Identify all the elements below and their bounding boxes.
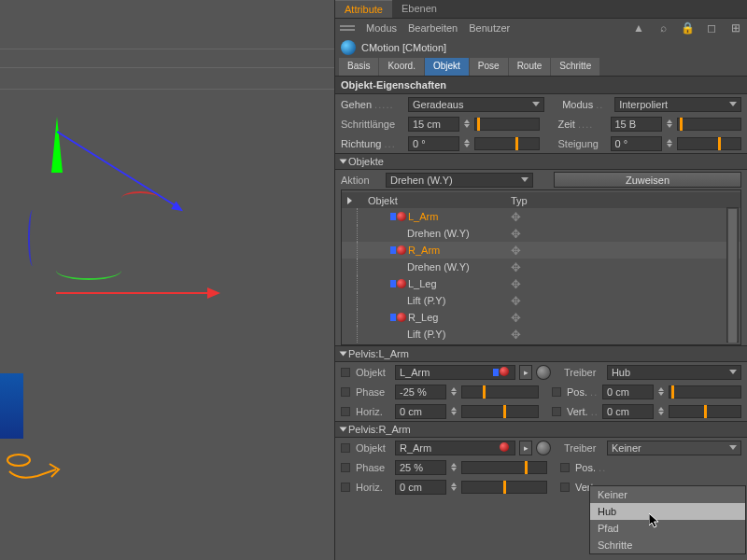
checkbox-objekt-larm[interactable] [341,368,350,377]
input-phase-rarm[interactable]: 25 % [395,460,446,475]
spinner-schrittlaenge[interactable] [463,118,471,131]
tab-attribute[interactable]: Attribute [335,0,392,18]
tab-schritte[interactable]: Schritte [551,58,599,76]
nav-btn-larm[interactable]: ▸ [519,365,532,380]
input-steigung[interactable]: 0 ° [611,136,662,151]
dropdown-option-schritte[interactable]: Schritte [590,537,745,553]
tree-row[interactable]: Drehen (W.Y)✥ [342,259,740,275]
link-objekt-rarm[interactable]: R_Arm [395,441,515,455]
input-horiz-rarm[interactable]: 0 cm [395,480,446,495]
checkbox-phase-rarm[interactable] [341,463,350,472]
dropdown-option-pfad[interactable]: Pfad [590,520,745,537]
input-phase-larm[interactable]: -25 % [395,385,446,399]
menu-benutzer[interactable]: Benutzer [469,22,510,34]
slider-vert-larm[interactable] [669,405,741,418]
input-schrittlaenge[interactable]: 15 cm [408,117,459,132]
checkbox-vert-rarm[interactable] [560,483,570,492]
spinner-horiz-rarm[interactable] [450,481,458,494]
dropdown-option-hub[interactable]: Hub [590,503,745,520]
menu-modus[interactable]: Modus [366,22,397,34]
lock-icon[interactable]: 🔒 [681,21,694,35]
dropdown-option-keiner[interactable]: Keiner [590,486,745,503]
tab-basis[interactable]: Basis [339,58,378,76]
axis-z-line[interactable] [56,131,176,206]
tree-header-objekt[interactable]: Objekt [368,195,511,206]
dropdown-treiber-larm[interactable]: Hub [607,365,741,380]
nav-up-icon[interactable]: ▲ [632,21,645,35]
checkbox-objekt-rarm[interactable] [341,443,350,453]
section-objekt-eigenschaften[interactable]: Objekt-Eigenschaften [335,76,747,94]
input-pos-larm[interactable]: 0 cm [602,385,654,399]
slider-zeit[interactable] [677,118,742,131]
checkbox-phase-larm[interactable] [341,387,350,397]
viewport-3d[interactable] [0,0,334,560]
tree-row[interactable]: L_Leg✥ [342,275,740,292]
object-tree[interactable]: Objekt Typ L_Arm✥Drehen (W.Y)✥R_Arm✥Dreh… [341,189,741,345]
tab-pose[interactable]: Pose [470,58,508,76]
dropdown-gehen[interactable]: Geradeaus [408,97,544,112]
grid-icon[interactable]: ⊞ [729,21,742,35]
menu-bearbeiten[interactable]: Bearbeiten [408,22,458,34]
slider-phase-larm[interactable] [461,385,539,399]
section-pelvis-larm[interactable]: Pelvis:L_Arm [335,345,747,362]
rotation-arc-z[interactable] [28,210,37,266]
dropdown-modus[interactable]: Interpoliert [614,97,741,112]
checkbox-horiz-larm[interactable] [341,407,350,416]
spinner-zeit[interactable] [666,118,673,131]
axis-x-arrow[interactable] [207,287,220,299]
button-zuweisen[interactable]: Zuweisen [554,172,741,188]
rotation-arc-y[interactable] [56,261,121,280]
slider-horiz-larm[interactable] [461,405,539,418]
slider-steigung[interactable] [677,137,742,150]
tree-row[interactable]: L_Arm✥ [342,208,740,225]
spinner-pos-larm[interactable] [657,385,665,399]
axis-y-arrow[interactable] [51,117,63,173]
drag-handle-icon[interactable]: ✥ [511,294,735,308]
viewport-orange-arrow[interactable] [5,443,70,490]
tab-route[interactable]: Route [509,58,551,76]
viewport-object[interactable] [0,373,23,439]
tab-koord[interactable]: Koord. [379,58,423,76]
input-vert-larm[interactable]: 0 cm [602,404,654,419]
drag-handle-icon[interactable]: ✥ [511,328,735,342]
slider-horiz-rarm[interactable] [461,481,547,494]
dropdown-aktion[interactable]: Drehen (W.Y) [386,173,533,188]
section-pelvis-rarm[interactable]: Pelvis:R_Arm [335,421,747,438]
tree-row[interactable]: R_Arm✥ [342,242,740,259]
checkbox-pos-larm[interactable] [552,387,561,397]
tree-row[interactable]: Lift (P.Y)✥ [342,292,740,309]
search-icon[interactable]: ⌕ [656,21,669,35]
tree-header-typ[interactable]: Typ [511,195,735,206]
drag-handle-icon[interactable]: ✥ [511,244,735,258]
slider-phase-rarm[interactable] [461,461,547,474]
spinner-richtung[interactable] [463,137,471,150]
spinner-phase-rarm[interactable] [450,461,458,474]
nav-btn-rarm[interactable]: ▸ [519,441,532,455]
tree-expand-icon[interactable] [347,197,352,204]
drag-handle-icon[interactable]: ✥ [511,210,735,224]
menu-icon[interactable] [340,25,355,31]
input-zeit[interactable]: 15 B [611,117,662,132]
input-richtung[interactable]: 0 ° [408,136,459,151]
axis-z-arrow[interactable] [171,202,185,216]
input-horiz-larm[interactable]: 0 cm [395,404,446,419]
pick-btn-larm[interactable] [536,365,551,380]
spinner-phase-larm[interactable] [450,385,458,399]
drag-handle-icon[interactable]: ✥ [511,260,735,274]
drag-handle-icon[interactable]: ✥ [511,311,735,325]
spinner-horiz-larm[interactable] [450,405,458,418]
pick-btn-rarm[interactable] [536,441,551,455]
drag-handle-icon[interactable]: ✥ [511,227,735,241]
tab-ebenen[interactable]: Ebenen [392,0,446,18]
spinner-vert-larm[interactable] [657,405,665,418]
tree-row[interactable]: Drehen (W.Y)✥ [342,225,740,242]
checkbox-vert-larm[interactable] [552,407,561,416]
tree-row[interactable]: Lift (P.Y)✥ [342,326,740,343]
section-objekte[interactable]: Objekte [335,153,747,170]
checkbox-horiz-rarm[interactable] [341,483,350,492]
axis-x-line[interactable] [56,292,210,294]
rotation-arc-x[interactable] [121,191,159,205]
tab-objekt[interactable]: Objekt [425,58,469,76]
slider-schrittlaenge[interactable] [474,118,540,131]
checkbox-pos-rarm[interactable] [560,463,570,472]
